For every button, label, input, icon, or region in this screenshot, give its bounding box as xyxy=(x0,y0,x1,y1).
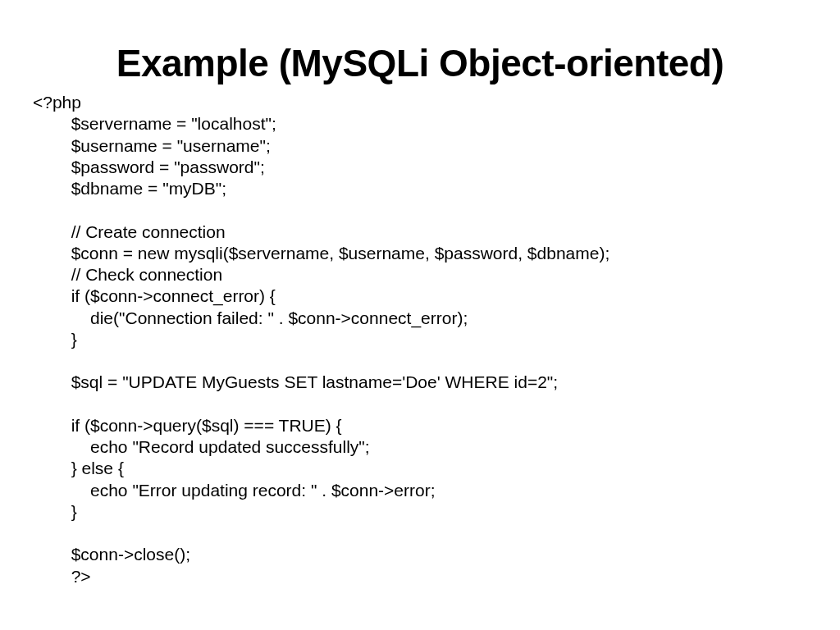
slide-title: Example (MySQLi Object-oriented) xyxy=(33,41,807,85)
code-example: <?php $servername = "localhost"; $userna… xyxy=(33,92,807,587)
